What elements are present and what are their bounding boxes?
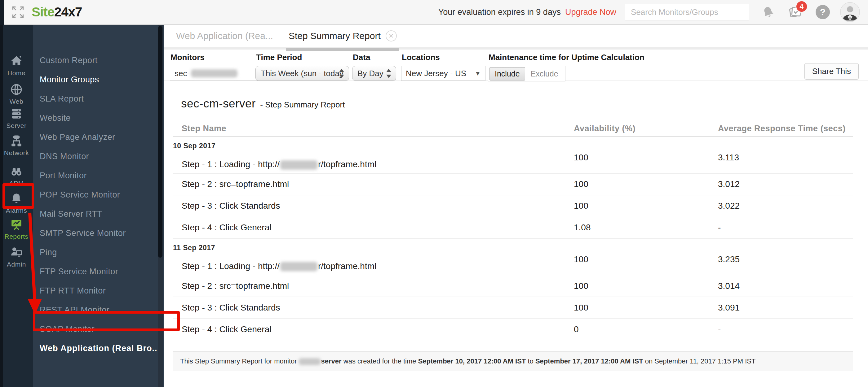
sidebar-scrollbar-thumb[interactable] <box>158 26 162 257</box>
sidebar-item-rest-api-monitor[interactable]: REST API Monitor <box>33 300 157 319</box>
sidebar-item-smtp-service-monitor[interactable]: SMTP Service Monitor <box>33 223 157 243</box>
report-footnote: This Step Summary Report for monitorserv… <box>173 351 853 371</box>
site24x7-logo[interactable]: Site24x7 <box>32 5 82 20</box>
table-row: Step - 3 : Click Standards 100 3.091 <box>173 296 853 318</box>
availability-value: 100 <box>571 179 715 189</box>
filter-data: Data By Day <box>352 52 396 81</box>
table-header: Step Name Availability (%) Average Respo… <box>173 121 853 137</box>
sidebar-item-pop-service-monitor[interactable]: POP Service Monitor <box>33 185 157 204</box>
response-time-value: - <box>715 324 853 335</box>
time-period-value: This Week (sun - today <box>261 69 343 78</box>
tasks-icon[interactable]: 4 <box>787 4 804 20</box>
include-button[interactable]: Include <box>490 67 525 80</box>
app-screen: Site24x7 Your evaluation expires in 9 da… <box>0 0 868 387</box>
tab-close-icon[interactable]: ✕ <box>385 30 397 41</box>
sidebar-item-sla-report[interactable]: SLA Report <box>33 89 157 108</box>
sidebar-item-ftp-service-monitor[interactable]: FTP Service Monitor <box>33 262 157 281</box>
step-name: Step - 1 : Loading - http://r/topframe.h… <box>173 254 571 275</box>
rail-item-home[interactable]: Home <box>0 55 33 77</box>
report-title-suffix: - Step Summary Report <box>260 100 345 109</box>
upgrade-now-link[interactable]: Upgrade Now <box>565 7 616 17</box>
help-icon[interactable]: ? <box>815 4 831 20</box>
filterbar: Monitors sec- ▼ Time Period This Week (s… <box>164 52 868 80</box>
sidebar-item-port-monitor[interactable]: Port Monitor <box>33 166 157 185</box>
response-time-value: 3.091 <box>715 303 853 313</box>
response-time-value: 3.012 <box>715 179 853 189</box>
dropdown-caret-icon: ▼ <box>471 70 481 77</box>
monitors-value: sec- <box>175 69 190 78</box>
column-step-name: Step Name <box>173 124 571 134</box>
availability-value: 100 <box>571 201 715 211</box>
sidebar-item-ftp-rtt-monitor[interactable]: FTP RTT Monitor <box>33 281 157 300</box>
response-time-value: 3.235 <box>715 254 853 265</box>
time-period-select[interactable]: This Week (sun - today <box>255 66 349 81</box>
redacted-monitor-name <box>191 69 238 77</box>
select-stepper-icon <box>386 69 392 78</box>
sidebar-item-monitor-groups[interactable]: Monitor Groups <box>33 70 157 89</box>
rail-item-alarms[interactable]: Alarms <box>0 192 33 214</box>
announcements-icon[interactable] <box>760 4 776 20</box>
sidebar-item-website[interactable]: Website <box>33 108 157 128</box>
sidebar-item-soap-monitor[interactable]: SOAP Monitor <box>33 319 157 339</box>
table-row: Step - 1 : Loading - http://r/topframe.h… <box>173 254 853 275</box>
rail-item-apm[interactable]: APM <box>0 165 33 187</box>
sidebar-item-dns-monitor[interactable]: DNS Monitor <box>33 147 157 166</box>
rail-item-web[interactable]: Web <box>0 83 33 105</box>
sidebar-item-mail-server-rtt[interactable]: Mail Server RTT <box>33 204 157 223</box>
data-label: Data <box>353 52 396 62</box>
sidebar-item-web-page-analyzer[interactable]: Web Page Analyzer <box>33 128 157 147</box>
step-name: Step - 4 : Click General <box>173 222 571 233</box>
response-time-value: - <box>715 222 853 233</box>
table-row: Step - 2 : src=topframe.html 100 3.012 <box>173 173 853 195</box>
step-name: Step - 4 : Click General <box>173 324 571 335</box>
table-row: Step - 2 : src=topframe.html 100 3.014 <box>173 275 853 296</box>
topbar: Site24x7 Your evaluation expires in 9 da… <box>0 0 868 25</box>
step-name: Step - 3 : Click Standards <box>173 303 571 313</box>
left-rail: Home Web Server Network <box>0 25 33 387</box>
sidebar-item-ping[interactable]: Ping <box>33 243 157 262</box>
locations-dropdown[interactable]: New Jersey - US ▼ <box>401 66 486 81</box>
step-name: Step - 3 : Click Standards <box>173 201 571 211</box>
step-name: Step - 1 : Loading - http://r/topframe.h… <box>173 153 571 173</box>
tab-step-summary-report[interactable]: Step Summary Report ✕ <box>286 26 399 51</box>
share-this-button[interactable]: Share This <box>804 63 859 79</box>
rail-item-network[interactable]: Network <box>0 134 33 157</box>
report-group-11-sep: 11 Sep 2017 Step - 1 : Loading - http://… <box>173 239 853 341</box>
admin-icon <box>10 246 23 259</box>
group-date: 10 Sep 2017 <box>173 137 853 153</box>
network-icon <box>10 134 23 147</box>
tab-label: Step Summary Report <box>289 31 381 41</box>
monitor-name: sec-cm-server <box>181 97 256 110</box>
reports-sidebar: Custom Report Monitor Groups SLA Report … <box>33 25 164 387</box>
redacted-host <box>280 161 317 170</box>
availability-value: 100 <box>571 153 715 163</box>
sidebar-item-custom-report[interactable]: Custom Report <box>33 51 157 70</box>
expand-fullscreen-icon[interactable] <box>11 5 25 19</box>
tab-web-application[interactable]: Web Application (Rea... <box>174 24 276 48</box>
group-date: 11 Sep 2017 <box>173 239 853 254</box>
filter-maintenance: Maintenance time for Uptime Calculation … <box>488 52 645 81</box>
availability-value: 0 <box>571 324 715 335</box>
sidebar-item-web-application-rbm[interactable]: Web Application (Real Bro... <box>33 339 157 358</box>
reports-icon <box>10 218 23 231</box>
rail-item-server[interactable]: Server <box>0 107 33 130</box>
search-input[interactable] <box>625 4 749 21</box>
rail-item-admin[interactable]: Admin <box>0 246 33 268</box>
user-avatar[interactable] <box>840 2 860 22</box>
table-row: Step - 3 : Click Standards 100 3.022 <box>173 195 853 217</box>
maintenance-label: Maintenance time for Uptime Calculation <box>489 52 645 62</box>
data-select[interactable]: By Day <box>352 66 396 81</box>
tabbar: Web Application (Rea... Step Summary Rep… <box>164 25 868 49</box>
filter-time-period: Time Period This Week (sun - today <box>255 52 349 81</box>
logo-text-site: Site <box>32 5 54 19</box>
availability-value: 100 <box>571 254 715 265</box>
data-value: By Day <box>358 69 383 78</box>
rail-item-reports[interactable]: Reports <box>0 218 33 240</box>
column-availability: Availability (%) <box>571 124 715 134</box>
exclude-button[interactable]: Exclude <box>525 68 564 80</box>
response-time-value: 3.022 <box>715 201 853 211</box>
maintenance-toggle: Include Exclude <box>488 66 565 81</box>
time-period-label: Time Period <box>256 52 349 62</box>
locations-value: New Jersey - US <box>406 69 466 78</box>
globe-icon <box>10 83 23 96</box>
